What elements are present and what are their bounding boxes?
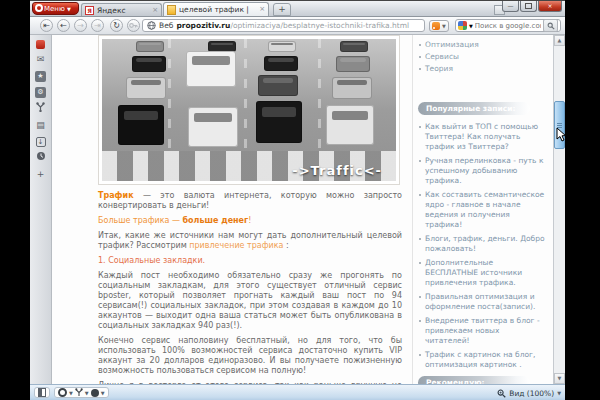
paragraph: Каждый пост необходимо обязательно сразу… bbox=[98, 271, 402, 331]
tab-yandex[interactable]: Я Яндекс × bbox=[81, 3, 162, 16]
opera-link-icon[interactable] bbox=[58, 388, 67, 397]
traffic-attraction-link[interactable]: привлечение трафика bbox=[189, 241, 283, 250]
speed-dial-icon[interactable] bbox=[36, 40, 45, 49]
menu-label: Меню bbox=[44, 5, 65, 13]
scroll-down-button[interactable]: ▼ bbox=[554, 373, 565, 384]
search-box: ▼ bbox=[455, 19, 561, 32]
car bbox=[326, 105, 374, 145]
status-bar: ▼ ▼ ▼ Вид (100%) ▼ bbox=[30, 384, 565, 400]
close-tab-icon[interactable]: × bbox=[152, 7, 158, 14]
popular-post-link[interactable]: Как составить семантическое ядро - главн… bbox=[418, 190, 546, 230]
keyword-traffic: Трафик bbox=[98, 191, 134, 200]
mail-panel-icon[interactable]: ✉ bbox=[34, 53, 48, 66]
rss-button[interactable]: ▼ bbox=[429, 20, 449, 32]
lane-marking bbox=[318, 39, 321, 151]
password-key-button[interactable] bbox=[127, 19, 140, 32]
url-domain: propozitiv.ru bbox=[176, 21, 230, 30]
new-tab-button[interactable]: + bbox=[273, 3, 291, 16]
fast-forward-button[interactable]: ⇥ bbox=[91, 19, 104, 32]
car bbox=[336, 56, 370, 72]
maximize-button[interactable] bbox=[520, 1, 537, 12]
chevron-down-icon[interactable]: ▼ bbox=[101, 390, 105, 396]
chevron-down-icon[interactable]: ▼ bbox=[557, 390, 561, 396]
popular-post-link[interactable]: Ручная перелинковка - путь к успешному д… bbox=[418, 156, 546, 186]
column-separator bbox=[412, 35, 413, 384]
image-caption: ->Traffic<- bbox=[292, 163, 382, 178]
car bbox=[258, 75, 298, 96]
rewind-button[interactable]: ⇤ bbox=[40, 19, 53, 32]
car bbox=[188, 107, 238, 147]
popular-post-link[interactable]: Блоги, трафик, деньги. Добро пожаловать! bbox=[418, 234, 546, 254]
traffic-photo: ->Traffic<- bbox=[102, 39, 396, 181]
panel-strip: ✉ ★ ⚙ ▤ ↓ + bbox=[30, 35, 52, 384]
close-tab-icon[interactable]: × bbox=[259, 6, 265, 13]
popular-post-link[interactable]: Дополнительные БЕСПЛАТНЫЕ источники прив… bbox=[418, 258, 546, 288]
car bbox=[136, 41, 164, 52]
sidebar-category-teoriya[interactable]: Теория bbox=[418, 63, 546, 75]
globe-icon bbox=[147, 21, 156, 30]
add-panel-button[interactable]: + bbox=[34, 168, 48, 181]
back-button[interactable]: ← bbox=[57, 19, 70, 32]
paragraph-text: — это валюта интернета, которую можно за… bbox=[98, 191, 402, 210]
paragraph: Трафик — это валюта интернета, которую м… bbox=[98, 191, 402, 211]
statusbar-tools: ▼ ▼ ▼ bbox=[54, 387, 109, 398]
chevron-down-icon[interactable]: ▼ bbox=[469, 20, 473, 32]
opera-unite-icon[interactable] bbox=[75, 388, 83, 397]
recommend-header: Рекомендую: bbox=[418, 376, 530, 384]
unite-panel-icon[interactable] bbox=[34, 102, 48, 115]
reload-button[interactable]: ↻ bbox=[110, 19, 123, 32]
car bbox=[256, 101, 302, 143]
close-button[interactable]: × bbox=[538, 1, 562, 12]
paragraph-text: Больше трафика — bbox=[98, 216, 183, 225]
window-controls: — × bbox=[502, 1, 562, 12]
opera-menu-button[interactable]: Меню ▼ bbox=[32, 2, 79, 15]
vertical-scrollbar[interactable]: ▲ ▼ bbox=[553, 35, 565, 384]
notes-panel-icon[interactable]: ▤ bbox=[34, 119, 48, 132]
popular-post-link[interactable]: Правильная оптимизация и оформление пост… bbox=[418, 292, 546, 312]
car bbox=[264, 56, 298, 71]
keyword-money: больше денег bbox=[183, 216, 249, 225]
search-button[interactable] bbox=[543, 19, 558, 32]
widgets-panel-icon[interactable]: ⚙ bbox=[35, 87, 46, 98]
history-panel-icon[interactable] bbox=[34, 151, 48, 164]
minimize-button[interactable]: — bbox=[502, 1, 519, 12]
address-field[interactable]: Веб propozitiv.ru/optimizaciya/besplatny… bbox=[142, 19, 425, 32]
chevron-down-icon[interactable]: ▼ bbox=[442, 20, 446, 32]
zoom-label: Вид (100%) bbox=[509, 389, 554, 398]
page-favicon bbox=[167, 5, 176, 15]
paragraph: Конечно сервис наполовину бесплатный, но… bbox=[98, 336, 402, 376]
car bbox=[340, 41, 368, 52]
chevron-down-icon[interactable]: ▼ bbox=[85, 390, 89, 396]
chevron-down-icon[interactable]: ▼ bbox=[69, 390, 73, 396]
magnifier-icon bbox=[547, 22, 555, 30]
article-image-frame: ->Traffic<- bbox=[98, 35, 400, 185]
zoom-control[interactable]: Вид (100%) ▼ bbox=[497, 387, 561, 399]
url-path: /optimizaciya/besplatnye-istochniki-traf… bbox=[230, 21, 409, 30]
yandex-favicon: Я bbox=[85, 6, 94, 15]
opera-turbo-icon[interactable] bbox=[91, 389, 99, 397]
article-body: Трафик — это валюта интернета, которую м… bbox=[98, 191, 402, 384]
scroll-up-button[interactable]: ▲ bbox=[554, 35, 565, 46]
tab-active[interactable]: целевой трафик | × bbox=[163, 2, 269, 16]
paragraph-text: : bbox=[284, 241, 289, 250]
tab-title: целевой трафик | bbox=[179, 5, 256, 14]
downloads-panel-icon[interactable]: ↓ bbox=[36, 137, 46, 147]
panels-toggle-button[interactable] bbox=[34, 387, 50, 398]
popular-posts-header: Популярные записи: bbox=[418, 102, 530, 115]
sidebar-category-servisy[interactable]: Сервисы bbox=[418, 51, 546, 63]
popular-post-link[interactable]: Как выйти в ТОП с помощью Твиттера! Как … bbox=[418, 122, 546, 152]
chevron-down-icon: ▼ bbox=[67, 6, 71, 12]
navigation-toolbar: ⇤ ← → ⇥ ↻ Веб propozitiv.ru/optimizaciya… bbox=[30, 17, 565, 35]
search-input[interactable] bbox=[475, 22, 541, 30]
popular-post-link[interactable]: Трафик с картинок на блог, оптимизация к… bbox=[418, 350, 546, 370]
clock-icon bbox=[36, 151, 46, 161]
forward-button[interactable]: → bbox=[74, 19, 87, 32]
popular-post-link[interactable]: Внедрение твиттера в блог - привлекаем н… bbox=[418, 316, 546, 346]
paragraph: Итак, какие же источники нам могут дать … bbox=[98, 231, 402, 251]
panel-toggle-icon bbox=[38, 388, 46, 397]
sidebar-category-optimizaciya[interactable]: Оптимизация bbox=[418, 39, 546, 51]
lane-marking bbox=[168, 39, 171, 151]
fork-icon bbox=[36, 102, 45, 112]
bookmarks-panel-icon[interactable]: ★ bbox=[35, 71, 46, 82]
zoom-magnifier-icon bbox=[497, 389, 506, 398]
